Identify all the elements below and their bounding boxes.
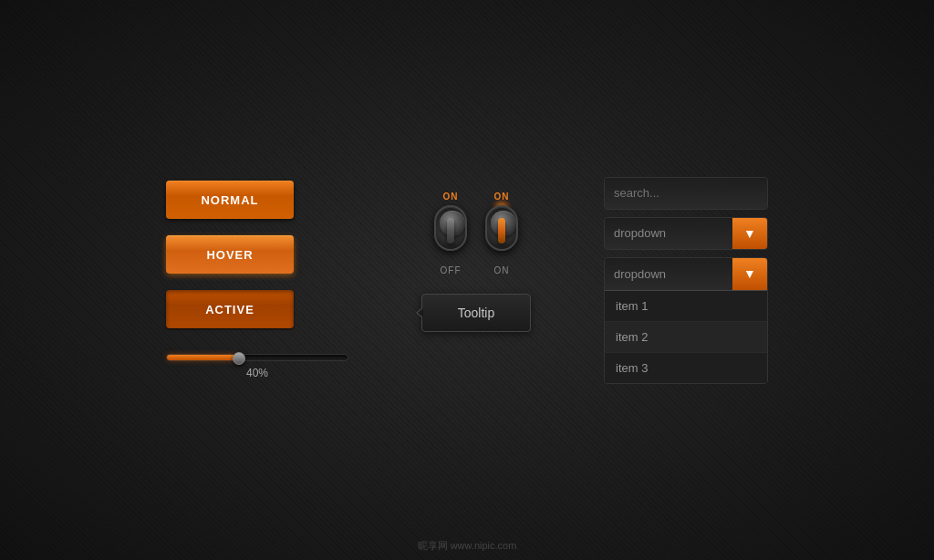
dropdown1-button[interactable]: ▼ (732, 218, 767, 249)
right-panel: 🔍 dropdown ▼ dropdown ▼ item 1 item 2 it… (604, 177, 768, 384)
dropdown2-items: item 1 item 2 item 3 (605, 291, 767, 383)
slider-percent-label: 40% (166, 367, 348, 379)
toggles-row: ON OFF ON ON (434, 192, 518, 275)
toggle-left-switch[interactable] (434, 205, 467, 262)
toggle-right-base (485, 205, 518, 251)
slider-thumb[interactable] (233, 352, 245, 365)
dropdown-item-1[interactable]: item 1 (605, 291, 767, 322)
search-bar: 🔍 (604, 177, 768, 210)
active-button[interactable]: ACTIVE (166, 290, 294, 328)
dropdown1-label: dropdown (605, 218, 732, 249)
tooltip-row: Tooltip (421, 294, 531, 332)
toggle-left-on-label: ON (443, 192, 459, 202)
toggle-left-base (434, 205, 467, 251)
dropdown2-open: dropdown ▼ item 1 item 2 item 3 (604, 257, 768, 384)
toggle-left-lever (447, 218, 454, 244)
tooltip-label: Tooltip (458, 306, 494, 320)
slider-fill (167, 355, 239, 360)
dropdown-item-3[interactable]: item 3 (605, 353, 767, 383)
normal-button[interactable]: NORMAL (166, 181, 294, 219)
dropdown2-button[interactable]: ▼ (732, 258, 767, 290)
toggle-left-wrapper: ON OFF (434, 192, 467, 275)
dropdown2-arrow-icon: ▼ (743, 266, 756, 281)
tooltip-box: Tooltip (421, 294, 531, 332)
toggle-right-switch[interactable] (485, 205, 518, 262)
dropdown1-bar: dropdown ▼ (604, 217, 768, 250)
dropdown1-arrow-icon: ▼ (743, 226, 756, 241)
middle-panel: ON OFF ON ON (421, 192, 531, 332)
dropdown2-label: dropdown (605, 258, 732, 290)
dropdown-item-2[interactable]: item 2 (605, 322, 767, 353)
dropdown2-bar: dropdown ▼ (605, 258, 767, 291)
toggle-left-off-label: OFF (441, 265, 462, 275)
slider-container: 40% (166, 354, 348, 379)
toggle-right-lever (498, 218, 505, 244)
main-container: NORMAL HOVER ACTIVE 40% ON OFF (0, 0, 934, 560)
hover-button[interactable]: HOVER (166, 235, 294, 274)
slider-track[interactable] (166, 354, 348, 361)
toggle-right-wrapper: ON ON (485, 192, 518, 275)
toggle-right-on-label: ON (494, 265, 510, 275)
search-input[interactable] (605, 178, 768, 209)
left-panel: NORMAL HOVER ACTIVE 40% (166, 181, 348, 379)
